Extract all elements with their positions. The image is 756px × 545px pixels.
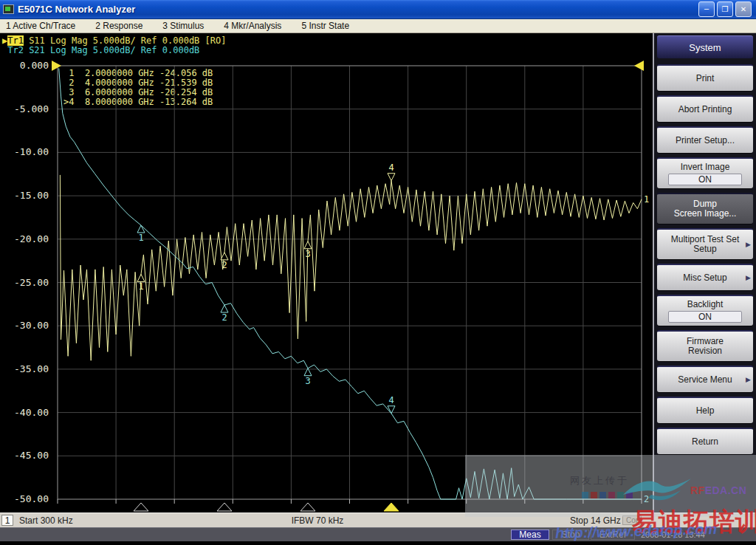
minimize-icon: ─ [704, 6, 709, 13]
marker-2[interactable]: 2 [221, 253, 228, 270]
softkey-label: Print [696, 74, 715, 83]
submenu-arrow-icon: ▶ [746, 273, 751, 283]
submenu-arrow-icon: ▶ [746, 240, 751, 250]
softkey-print[interactable]: Print [657, 64, 753, 91]
stimulus-marker-3[interactable] [300, 503, 315, 511]
measurement-state-badge: Meas [511, 529, 549, 540]
app-icon [3, 4, 14, 14]
softkey-label: Backlight [687, 300, 724, 309]
softkey-label: Help [696, 406, 715, 416]
marker-triangle-icon [221, 253, 228, 260]
marker-number-label: 3 [305, 376, 310, 386]
restore-button[interactable]: ❐ [717, 1, 733, 17]
softkey-printer-setup[interactable]: Printer Setup... [657, 126, 753, 153]
ref-level-arrow-right[interactable] [634, 61, 644, 71]
marker-number-label: 1 [138, 281, 143, 292]
window-title: E5071C Network Analyzer [18, 4, 135, 15]
softkey-abort-printing[interactable]: Abort Printing [657, 95, 753, 122]
marker-3[interactable]: 3 [304, 369, 312, 386]
trace-end-label-s21: 2 [644, 494, 649, 504]
softkey-panel: System PrintAbort PrintingPrinter Setup.… [653, 33, 756, 513]
softkey-label: Revision [688, 346, 722, 356]
softkey-help[interactable]: Help [657, 397, 753, 423]
marker-4[interactable]: 4 [388, 162, 395, 181]
softkey-label: Setup [693, 244, 716, 254]
marker-1[interactable]: 1 [137, 274, 145, 292]
instrument-status-bar: Meas StopExtRef 2008-01-28 13:44 [0, 527, 756, 541]
ifbw-label: IFBW 70 kHz [266, 515, 369, 526]
softkey-label: Printer Setup... [676, 136, 735, 145]
minimize-button[interactable]: ─ [698, 1, 715, 17]
sweep-start-label: Start 300 kHz [19, 515, 73, 526]
softkey-value: ON [668, 174, 743, 185]
menu-item-3[interactable]: 3 Stimulus [162, 21, 204, 31]
menu-item-2[interactable]: 2 Response [95, 21, 142, 31]
softkey-misc-setup[interactable]: Misc Setup▶ [657, 264, 753, 290]
marker-number-label: 4 [388, 395, 394, 405]
correction-badge: Cor [622, 515, 642, 525]
trace-s11 [60, 175, 642, 360]
softkey-label: Abort Printing [678, 105, 732, 114]
ref-level-arrow-left[interactable] [52, 61, 61, 71]
softkey-label: Return [692, 437, 718, 447]
window-titlebar: E5071C Network Analyzer ─❐✕ [0, 0, 756, 19]
softkey-backlight[interactable]: BacklightON [657, 295, 753, 326]
softkey-service-menu[interactable]: Service Menu▶ [657, 366, 753, 392]
menu-item-1[interactable]: 1 Active Ch/Trace [6, 21, 75, 31]
submenu-arrow-icon: ▶ [746, 375, 751, 385]
bottom-strip [0, 541, 756, 545]
instrument-screen: E5071C Network Analyzer ─❐✕ 1 Active Ch/… [0, 0, 756, 545]
softkey-label: Screen Image... [674, 209, 737, 219]
marker-number-label: 1 [138, 233, 143, 243]
marker-triangle-icon [388, 174, 395, 181]
softkey-list: PrintAbort PrintingPrinter Setup...Inver… [657, 64, 753, 454]
menu-bar: 1 Active Ch/Trace2 Response3 Stimulus4 M… [0, 19, 756, 33]
marker-number-label: 2 [221, 312, 227, 323]
softkey-dump-screen-image[interactable]: DumpScreen Image... [657, 193, 753, 224]
marker-triangle-icon [137, 225, 145, 233]
window-controls: ─❐✕ [698, 1, 756, 17]
status-flag-stop: Stop [552, 529, 589, 540]
marker-number-label: 2 [221, 260, 227, 270]
softkey-multiport-test-set-setup[interactable]: Multiport Test SetSetup▶ [657, 228, 753, 259]
menu-item-5[interactable]: 5 Instr State [301, 21, 349, 31]
softkey-invert-image[interactable]: Invert ImageON [657, 157, 753, 188]
trace-end-label-s11: 1 [644, 194, 649, 205]
marker-triangle-icon [221, 305, 228, 312]
softkey-label: Service Menu [678, 375, 732, 385]
softkey-return[interactable]: Return [657, 428, 753, 454]
softkey-firmware-revision[interactable]: FirmwareRevision [657, 330, 753, 361]
marker-triangle-icon [137, 274, 145, 281]
stimulus-marker-1[interactable] [134, 503, 148, 511]
sweep-stop-label: Stop 14 GHz [570, 515, 621, 526]
marker-2[interactable]: 2 [221, 305, 228, 323]
softkey-label: Invert Image [681, 162, 730, 172]
grid [58, 66, 642, 499]
close-icon: ✕ [740, 6, 746, 13]
instrument-display: ▶Tr1 S11 Log Mag 5.000dB/ Ref 0.000dB [R… [0, 33, 653, 513]
status-datetime: 2008-01-28 13:44 [641, 530, 705, 539]
restore-icon: ❐ [722, 6, 729, 13]
marker-number-label: 3 [305, 249, 310, 259]
menu-item-4[interactable]: 4 Mkr/Analysis [224, 21, 281, 31]
channel-status-bar: 1 Start 300 kHz IFBW 70 kHz Stop 14 GHz … [0, 513, 756, 527]
stimulus-marker-2[interactable] [217, 503, 232, 511]
softkey-value: ON [668, 311, 743, 323]
measurement-plot: 1211223344 [0, 33, 653, 513]
marker-number-label: 4 [388, 162, 394, 173]
marker-3[interactable]: 3 [304, 241, 312, 259]
softkey-label: Misc Setup [683, 273, 726, 283]
softkey-menu-title: System [657, 35, 753, 58]
marker-triangle-icon [304, 241, 312, 249]
status-flag-extref: ExtRef [591, 529, 635, 540]
channel-number-badge: 1 [1, 515, 13, 526]
stimulus-marker-4-active[interactable] [384, 503, 399, 511]
close-button[interactable]: ✕ [735, 1, 752, 17]
